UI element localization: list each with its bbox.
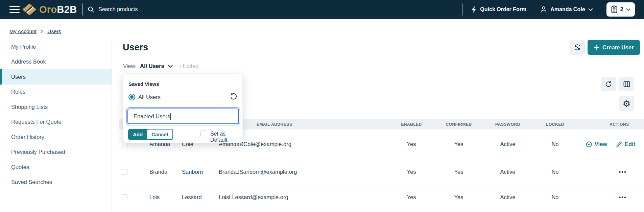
- sidebar-divider: [112, 40, 112, 212]
- view-icon: [586, 141, 592, 148]
- cell-actions: View Edit: [577, 141, 644, 148]
- brand-diamond-icon: [22, 3, 37, 16]
- sidebar-item-users[interactable]: Users: [0, 69, 112, 85]
- chevron-down-icon: [626, 8, 630, 11]
- user-icon: [540, 6, 547, 13]
- create-user-button[interactable]: Create User: [588, 40, 640, 55]
- edit-icon: [616, 141, 622, 147]
- text-caret: [170, 113, 171, 120]
- cell-last-name: Sanborn: [182, 169, 219, 175]
- cell-confirmed: Yes: [435, 169, 482, 175]
- breadcrumb: My Account > Users: [9, 28, 61, 34]
- sidebar-item-my-profile[interactable]: My Profile: [0, 39, 112, 54]
- set-as-default-checkbox[interactable]: [200, 131, 207, 137]
- menu-icon[interactable]: [9, 6, 20, 13]
- cell-first-name: Lois: [149, 194, 182, 201]
- cell-locked: No: [533, 194, 577, 201]
- view-name-input[interactable]: Enabled Users: [127, 109, 239, 124]
- all-users-radio[interactable]: [128, 94, 135, 100]
- sidebar-item-shopping-lists[interactable]: Shopping Lists: [0, 99, 112, 115]
- sidebar-item-requests-for-quote[interactable]: Requests For Quote: [0, 115, 112, 130]
- cell-enabled: Yes: [388, 194, 435, 201]
- chevron-down-icon: [588, 8, 593, 11]
- row-checkbox[interactable]: [122, 194, 127, 200]
- topbar-right: Quick Order Form Amanda Cole 2: [471, 0, 635, 19]
- table-row: Lois Lessard LoisLLessard@example.org Ye…: [119, 185, 644, 210]
- edit-action[interactable]: Edit: [616, 141, 635, 147]
- header-password[interactable]: PASSWORD: [482, 122, 533, 127]
- cell-locked: No: [533, 141, 577, 147]
- columns-icon: [623, 81, 630, 87]
- set-as-default-label: Set as Default: [210, 131, 242, 143]
- table-row: Branda Sanborn BrandaJSanborn@example.or…: [119, 159, 644, 185]
- gear-icon: ⚙: [623, 99, 630, 109]
- grid-settings-button[interactable]: ⚙: [619, 96, 634, 111]
- cell-actions: •••: [577, 194, 644, 200]
- sidebar-item-previously-purchased[interactable]: Previously Purchased: [0, 145, 112, 160]
- chevron-down-icon: [168, 65, 173, 68]
- view-selector[interactable]: All Users: [140, 63, 173, 69]
- cell-password: Active: [482, 169, 533, 175]
- cart-count: 2: [620, 6, 623, 13]
- sync-icon: [573, 43, 581, 51]
- cell-enabled: Yes: [388, 141, 435, 147]
- all-users-radio-label: All Users: [138, 94, 161, 100]
- view-action[interactable]: View: [586, 141, 607, 148]
- grid-columns-button[interactable]: [619, 77, 634, 91]
- grid-refresh-button[interactable]: [601, 77, 616, 91]
- header-confirmed[interactable]: CONFIRMED: [435, 122, 482, 127]
- brand-logo[interactable]: OroB2B: [22, 3, 77, 16]
- cell-first-name: Branda: [149, 169, 182, 175]
- saved-views-title: Saved Views: [128, 81, 159, 87]
- quick-order-form-link[interactable]: Quick Order Form: [471, 6, 526, 13]
- export-sync-button[interactable]: [570, 40, 585, 55]
- cell-email: LoisLLessard@example.org: [219, 194, 388, 201]
- reset-icon: [230, 93, 238, 101]
- lightning-icon: [471, 6, 477, 13]
- user-menu[interactable]: Amanda Cole: [540, 6, 593, 13]
- sidebar-item-order-history[interactable]: Order History: [0, 129, 112, 145]
- more-actions-icon[interactable]: •••: [619, 169, 627, 175]
- cell-last-name: Lessard: [182, 194, 219, 201]
- header-enabled[interactable]: ENABLED: [388, 122, 435, 127]
- sidebar-item-quotes[interactable]: Quotes: [0, 160, 112, 175]
- shopping-list-button[interactable]: 2: [606, 2, 635, 17]
- more-actions-icon[interactable]: •••: [619, 194, 627, 200]
- breadcrumb-users[interactable]: Users: [47, 28, 61, 34]
- view-bar: View: All Users - Edited: [123, 63, 198, 69]
- app-root: OroB2B Quick Order Form Amanda Cole: [0, 0, 644, 212]
- cell-confirmed: Yes: [435, 141, 482, 147]
- add-view-button[interactable]: Add: [128, 129, 147, 140]
- sidebar-item-saved-searches[interactable]: Saved Searches: [0, 175, 112, 190]
- brand-name: OroB2B: [39, 3, 77, 16]
- saved-views-panel: Saved Views All Users Enabled Users Add …: [123, 73, 243, 143]
- cell-email: AmandaRCole@example.org: [219, 141, 388, 147]
- plus-icon: [594, 45, 599, 50]
- breadcrumb-my-account[interactable]: My Account: [9, 28, 37, 34]
- cell-enabled: Yes: [388, 169, 435, 175]
- shopping-list-icon: [611, 5, 618, 14]
- view-label: View:: [123, 63, 137, 69]
- search-icon: [88, 6, 94, 13]
- cell-email: BrandaJSanborn@example.org: [219, 169, 388, 175]
- refresh-icon: [605, 80, 612, 88]
- sidebar-item-address-book[interactable]: Address Book: [0, 54, 112, 70]
- row-checkbox[interactable]: [122, 169, 127, 175]
- sidebar: My Profile Address Book Users Roles Shop…: [0, 39, 112, 190]
- header-actions: ACTIONS: [577, 122, 644, 127]
- sidebar-item-roles[interactable]: Roles: [0, 85, 112, 100]
- cell-password: Active: [482, 194, 533, 201]
- page-title: Users: [123, 42, 148, 53]
- cancel-button[interactable]: Cancel: [146, 129, 173, 140]
- topbar: OroB2B Quick Order Form Amanda Cole: [0, 0, 644, 19]
- header-email[interactable]: EMAIL ADDRESS: [219, 122, 388, 127]
- reset-view-button[interactable]: [230, 92, 238, 101]
- cell-confirmed: Yes: [435, 194, 482, 201]
- search-input[interactable]: [94, 6, 462, 13]
- cell-actions: •••: [577, 169, 644, 175]
- search-box: [82, 3, 462, 16]
- cell-password: Active: [482, 141, 533, 147]
- breadcrumb-separator: >: [41, 29, 43, 34]
- view-name-value: Enabled Users: [134, 113, 170, 120]
- header-locked[interactable]: LOCKED: [533, 122, 577, 127]
